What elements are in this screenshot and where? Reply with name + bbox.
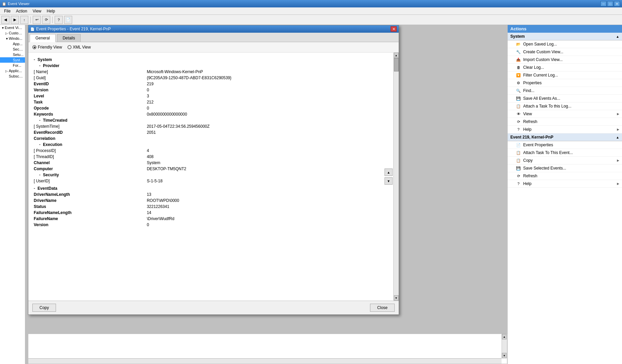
dialog-close-button[interactable]: ✕ [391, 26, 397, 32]
actions-header: Actions [508, 25, 622, 33]
field-name-drivername: DriverName [32, 198, 145, 204]
refresh-button[interactable]: ⟳ [42, 16, 50, 24]
dialog-icon: 📄 [30, 27, 34, 31]
radio-friendly-label: Friendly View [38, 45, 62, 50]
row-drivername: DriverName ROOT\WPD\0000 [32, 198, 389, 204]
section-system: - System [32, 55, 389, 63]
forward-button[interactable]: ▶ [11, 16, 19, 24]
event-properties-dialog: 📄 Event Properties - Event 219, Kernel-P… [28, 25, 399, 315]
help-toolbar-button[interactable]: ? [55, 16, 63, 24]
action-attach-task-log[interactable]: 📋 Attach a Task To this Log... [508, 102, 622, 110]
action-create-custom-view[interactable]: 🔧 Create Custom View... [508, 48, 622, 56]
tree-item-security[interactable]: Secu... [0, 47, 25, 52]
action-event-properties[interactable]: 📄 Event Properties [508, 141, 622, 149]
create-custom-view-icon: 🔧 [516, 49, 521, 55]
close-button[interactable]: ✕ [614, 1, 620, 6]
field-name-opcode: Opcode [32, 105, 145, 111]
field-name-threadid: [ ThreadID] [32, 154, 145, 160]
field-value-drivernamelength: 13 [145, 191, 389, 198]
menu-view[interactable]: View [30, 8, 44, 14]
dialog-scrollbar[interactable]: ▲ ▼ [393, 53, 399, 301]
help-system-arrow-icon: ▶ [617, 128, 619, 131]
bottom-scroll-down[interactable]: ▼ [502, 353, 507, 358]
row-eventrecordid: EventRecordID 2051 [32, 129, 389, 135]
tree-item-subscriptions[interactable]: Subscri... [0, 73, 25, 79]
tab-general[interactable]: General [30, 34, 56, 42]
scroll-thumb[interactable] [394, 58, 399, 71]
tree-item-setup[interactable]: Setu... [0, 52, 25, 57]
field-name-version: Version [32, 87, 145, 93]
main-layout: ▼Event Vie... ▷Custom... ▼Windo... App..… [0, 25, 622, 364]
scroll-down-arrow[interactable]: ▼ [394, 295, 399, 301]
field-name-drivernamelength: DriverNameLength [32, 191, 145, 198]
action-properties[interactable]: ⚙ Properties [508, 79, 622, 87]
action-view[interactable]: 👁 View ▶ [508, 110, 622, 118]
field-name-computer: Computer [32, 166, 145, 172]
section-timecreated-minus: - [39, 118, 40, 123]
radio-friendly[interactable]: Friendly View [32, 45, 62, 50]
actions-system-label: System [510, 34, 525, 39]
close-dialog-button[interactable]: Close [370, 304, 395, 312]
action-help-system-label: Help [523, 127, 617, 132]
action-find[interactable]: 🔍 Find... [508, 87, 622, 95]
actions-system-section-header[interactable]: System ▲ [508, 33, 622, 40]
menu-help[interactable]: Help [44, 8, 58, 14]
action-import-custom-view-label: Import Custom View... [523, 57, 619, 62]
action-import-custom-view[interactable]: 📥 Import Custom View... [508, 56, 622, 64]
field-name-channel: Channel [32, 160, 145, 166]
copy-button[interactable]: Copy [32, 304, 56, 312]
page-button[interactable]: 📄 [64, 16, 72, 24]
tree-item-applogs[interactable]: ▷Applic... [0, 68, 25, 73]
action-refresh-system[interactable]: ⟳ Refresh [508, 118, 622, 126]
tree-item-app[interactable]: App... [0, 41, 25, 47]
action-copy-event[interactable]: 📋 Copy ▶ [508, 157, 622, 164]
menu-action[interactable]: Action [13, 8, 30, 14]
scroll-track[interactable] [394, 58, 399, 295]
section-security-minus: - [39, 173, 40, 177]
menu-file[interactable]: File [1, 8, 13, 14]
tree-panel: ▼Event Vie... ▷Custom... ▼Windo... App..… [0, 25, 25, 364]
action-refresh-event[interactable]: ⟳ Refresh [508, 172, 622, 180]
tree-item-forwarded[interactable]: For... [0, 63, 25, 68]
action-clear-log[interactable]: 🗑 Clear Log... [508, 64, 622, 71]
field-value-level: 3 [145, 93, 389, 99]
minimize-button[interactable]: ─ [600, 1, 606, 6]
nav-down-arrow[interactable]: ▼ [385, 177, 393, 185]
maximize-button[interactable]: □ [607, 1, 613, 6]
actions-event-collapse[interactable]: ▲ [616, 135, 619, 139]
back-button[interactable]: ◀ [1, 16, 9, 24]
scroll-up-arrow[interactable]: ▲ [394, 53, 399, 58]
action-save-all-events[interactable]: 💾 Save All Events As... [508, 95, 622, 102]
row-version-eventdata: Version 0 [32, 222, 389, 228]
tree-item-system[interactable]: Syst... [0, 57, 25, 63]
radio-xml[interactable]: XML View [67, 45, 91, 50]
subsection-security: - Security [32, 172, 389, 178]
import-custom-view-icon: 📥 [516, 57, 521, 62]
tree-item-windows[interactable]: ▼Windo... [0, 36, 25, 41]
field-value-task: 212 [145, 99, 389, 105]
bottom-panel-scrollbar[interactable]: ▲ ▼ [502, 334, 507, 358]
action-open-saved-log[interactable]: 📂 Open Saved Log... [508, 40, 622, 48]
tree-item-eventvwr[interactable]: ▼Event Vie... [0, 25, 25, 30]
actions-event-label: Event 219, Kernel-PnP [510, 135, 553, 140]
actions-event-section-header[interactable]: Event 219, Kernel-PnP ▲ [508, 133, 622, 141]
bottom-hscrollbar[interactable] [28, 358, 502, 364]
nav-up-arrow[interactable]: ▲ [385, 169, 393, 176]
row-failurenamelength: FailureNameLength 14 [32, 210, 389, 216]
field-value-provname: Microsoft-Windows-Kernel-PnP [145, 69, 389, 75]
tab-details[interactable]: Details [57, 34, 81, 42]
tree-item-custom[interactable]: ▷Custom... [0, 30, 25, 36]
up-button[interactable]: ↑ [20, 16, 28, 24]
action-attach-task-event[interactable]: 📋 Attach Task To This Event... [508, 149, 622, 157]
field-name-userid: [ UserID] [32, 178, 145, 184]
row-version: Version 0 [32, 87, 389, 93]
content-scroll-area[interactable]: - System - Provider [ Name] Microsoft-Wi… [28, 53, 393, 301]
action-button[interactable]: ↩ [33, 16, 41, 24]
action-save-selected-events[interactable]: 💾 Save Selected Events... [508, 164, 622, 172]
bottom-scroll-up[interactable]: ▲ [502, 334, 507, 339]
action-help-event[interactable]: ? Help ▶ [508, 180, 622, 188]
actions-system-collapse[interactable]: ▲ [616, 35, 619, 38]
action-help-system[interactable]: ? Help ▶ [508, 126, 622, 133]
field-value-channel: System [145, 160, 389, 166]
action-filter-current-log[interactable]: 🔽 Filter Current Log... [508, 71, 622, 79]
